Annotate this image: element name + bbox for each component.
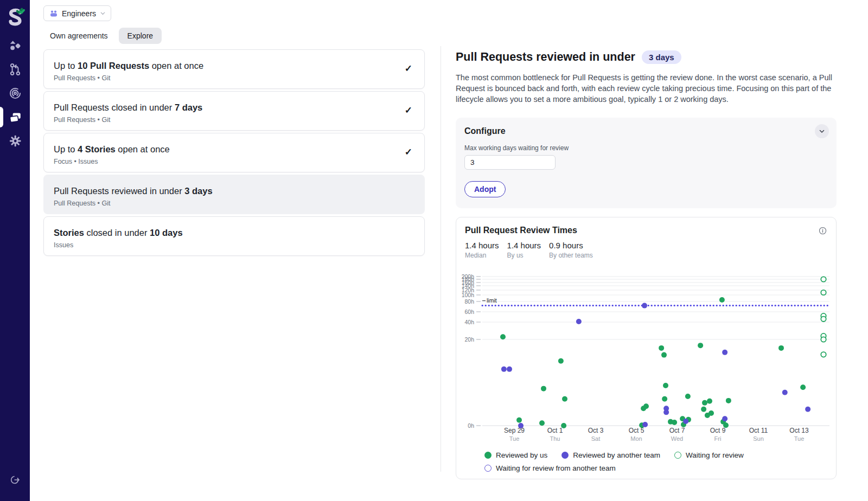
swarmia-logo[interactable] (5, 7, 25, 28)
max-days-input[interactable] (464, 155, 556, 170)
legend-reviewed-by-us: Reviewed by us (484, 451, 547, 459)
svg-text:0h: 0h (468, 422, 474, 429)
agreement-title: Up to 4 Stories open at once (54, 144, 392, 155)
agreement-title: Pull Requests closed in under 7 days (54, 102, 392, 113)
tabs: Own agreements Explore (49, 28, 162, 44)
agreement-category: Pull Requests • Git (54, 74, 392, 82)
agreements-list: Up to 10 Pull Requests open at oncePull … (43, 49, 425, 258)
svg-text:Mon: Mon (630, 435, 642, 442)
max-days-label: Max working days waiting for review (464, 144, 828, 152)
scatter-plot[interactable]: 0h20h40h60h80h100h120h140h160h180h200hli… (461, 266, 831, 445)
main-content: Engineers Own agreements Explore Up to 1… (30, 0, 868, 501)
page-title-text: Pull Requests reviewed in under (456, 50, 635, 64)
svg-text:Oct 7: Oct 7 (669, 427, 685, 434)
purple-circle-icon (484, 465, 492, 472)
agreement-card[interactable]: Stories closed in under 10 daysIssues (43, 216, 425, 256)
review-times-chart-card: Pull Request Review Times 1.4 hours Medi… (456, 217, 837, 479)
adopted-check-icon: ✓ (405, 63, 412, 74)
svg-text:Oct 1: Oct 1 (547, 427, 563, 434)
svg-text:Oct 13: Oct 13 (789, 427, 809, 434)
team-selector-label: Engineers (62, 9, 96, 18)
svg-text:20h: 20h (464, 336, 474, 343)
stat-median: 1.4 hours Median (465, 241, 499, 259)
green-circle-icon (674, 452, 681, 459)
agreement-card[interactable]: Pull Requests closed in under 7 daysPull… (43, 91, 425, 131)
team-icon (49, 9, 58, 18)
agreement-description: The most common bottleneck for Pull Requ… (456, 72, 835, 105)
agreement-title: Up to 10 Pull Requests open at once (54, 60, 392, 71)
svg-text:Sun: Sun (753, 435, 764, 442)
svg-text:200h: 200h (462, 273, 475, 280)
svg-text:Tue: Tue (794, 435, 805, 442)
logout-icon[interactable] (0, 474, 30, 486)
svg-text:Oct 9: Oct 9 (710, 427, 726, 434)
info-icon[interactable] (818, 226, 827, 235)
team-selector[interactable]: Engineers (43, 5, 111, 21)
svg-text:60h: 60h (464, 309, 474, 315)
adopted-check-icon: ✓ (405, 105, 412, 116)
agreement-category: Issues (54, 241, 392, 249)
configure-panel: Configure Max working days waiting for r… (456, 118, 837, 208)
active-indicator (0, 107, 3, 127)
pull-request-icon[interactable] (0, 57, 30, 81)
legend-waiting-from-another-team: Waiting for review from another team (484, 464, 616, 472)
svg-text:limit: limit (487, 297, 497, 304)
chevron-down-icon (100, 10, 106, 16)
settings-gear-icon[interactable] (0, 129, 30, 153)
green-dot-icon (484, 452, 492, 459)
svg-text:Tue: Tue (509, 435, 520, 442)
agreement-card[interactable]: Pull Requests reviewed in under 3 daysPu… (43, 175, 425, 214)
agreement-card[interactable]: Up to 4 Stories open at onceFocus • Issu… (43, 133, 425, 172)
agreement-category: Focus • Issues (54, 158, 392, 165)
tab-explore[interactable]: Explore (119, 28, 162, 44)
agreement-category: Pull Requests • Git (54, 200, 392, 207)
teams-shapes-icon[interactable] (0, 34, 30, 57)
sidebar (0, 0, 30, 501)
chart-stats: 1.4 hours Median 1.4 hours By us 0.9 hou… (465, 241, 827, 259)
agreement-title: Pull Requests reviewed in under 3 days (54, 185, 392, 196)
configure-header: Configure (464, 126, 828, 136)
svg-text:Fri: Fri (714, 435, 722, 442)
adopt-button[interactable]: Adopt (464, 181, 506, 197)
svg-text:40h: 40h (464, 319, 474, 325)
collapse-chevron-button[interactable] (815, 124, 829, 138)
stat-by-other-teams: 0.9 hours By other teams (549, 241, 593, 259)
chart-legend: Reviewed by us Reviewed by another team … (465, 451, 827, 472)
stat-by-us: 1.4 hours By us (507, 241, 541, 259)
chart-title: Pull Request Review Times (465, 226, 577, 235)
agreement-category: Pull Requests • Git (54, 116, 392, 124)
goal-badge: 3 days (642, 50, 681, 64)
panel-divider (441, 46, 441, 472)
cycle-spiral-icon[interactable] (0, 81, 30, 105)
svg-text:Oct 3: Oct 3 (588, 427, 604, 434)
agreement-detail: Pull Requests reviewed in under 3 days T… (456, 50, 837, 479)
agreement-title: Stories closed in under 10 days (54, 227, 392, 238)
svg-text:Wed: Wed (671, 435, 683, 442)
legend-reviewed-by-another-team: Reviewed by another team (561, 451, 660, 459)
svg-text:Sat: Sat (591, 435, 601, 442)
sidebar-nav (0, 34, 30, 153)
chevron-down-icon (819, 128, 825, 134)
svg-text:Oct 11: Oct 11 (749, 427, 768, 434)
page-title: Pull Requests reviewed in under 3 days (456, 50, 837, 64)
svg-text:Thu: Thu (550, 435, 560, 442)
agreement-card[interactable]: Up to 10 Pull Requests open at oncePull … (43, 49, 425, 89)
svg-text:80h: 80h (464, 298, 474, 305)
work-agreements-icon[interactable] (0, 105, 30, 129)
purple-dot-icon (561, 452, 569, 459)
adopted-check-icon: ✓ (405, 146, 412, 158)
tab-own-agreements[interactable]: Own agreements (49, 28, 109, 44)
legend-waiting-for-review: Waiting for review (674, 451, 744, 459)
